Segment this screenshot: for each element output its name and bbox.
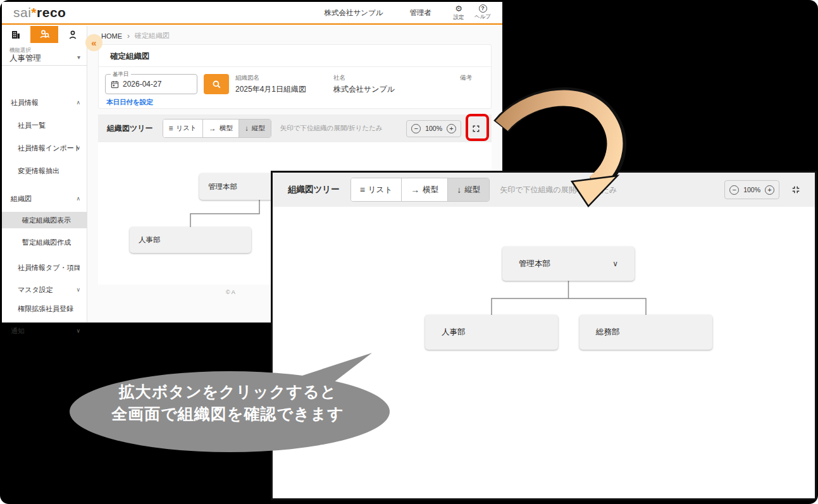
chevron-down-icon[interactable]: ∨ [612, 259, 618, 268]
horizontal-view-button[interactable]: →横型 [402, 178, 448, 201]
base-date-label: 基準日 [111, 71, 131, 78]
callout-bubble: 拡大ボタンをクリックすると 全画面で組織図を確認できます [60, 347, 395, 457]
list-icon: ≡ [360, 185, 365, 195]
sidebar-item-employee-import[interactable]: 社員情報インポート∨ [2, 140, 87, 156]
org-node-label: 管理本部 [208, 182, 237, 192]
note-label: 備考 [460, 74, 472, 82]
sidebar-tabs [2, 26, 87, 43]
zoom-value: 100% [425, 125, 442, 132]
org-node-hr[interactable]: 人事部 [425, 315, 558, 350]
help-icon: ? [479, 4, 487, 13]
header-right: 株式会社サンプル 管理者 ⚙ 設定 ? ヘルプ [324, 4, 496, 22]
sidebar-item-fixed-org-chart[interactable]: 確定組織図表示 [2, 212, 87, 228]
tab-person[interactable] [58, 26, 87, 43]
toolbar-hint: 矢印で下位組織の展開/折りたたみ [280, 124, 383, 133]
tab-company[interactable] [2, 26, 30, 43]
copyright-text: © A [226, 289, 235, 295]
settings-button[interactable]: ⚙ 設定 [448, 4, 469, 22]
header-company-name: 株式会社サンプル [324, 8, 383, 18]
chevron-down-icon: ∨ [76, 323, 80, 339]
org-node-label: 人事部 [442, 327, 466, 338]
card-divider [99, 66, 491, 67]
zoom-in-icon[interactable]: + [765, 185, 774, 195]
list-view-button[interactable]: ≡リスト [351, 178, 402, 201]
fullscreen-exit-icon [790, 184, 802, 195]
callout-text-line1: 拡大ボタンをクリックすると [60, 381, 395, 402]
org-node-hr[interactable]: 人事部 [130, 227, 251, 253]
org-tree-toolbar: 組織図ツリー ≡リスト →横型 ↓縦型 矢印で下位組織の展開/折りたたみ − 1… [98, 114, 492, 142]
sidebar-item-employee-info[interactable]: 社員情報∧ [2, 94, 87, 111]
sidebar-item-employee-list[interactable]: 社員一覧 [2, 117, 87, 133]
org-node-root[interactable]: 管理本部 ∨ [502, 247, 635, 281]
help-label: ヘルプ [474, 13, 491, 21]
highlight-box [466, 114, 489, 141]
tab-hr-search[interactable] [30, 26, 59, 43]
sidebar-item-master-settings[interactable]: マスタ設定∨ [2, 281, 87, 298]
function-select-value: 人事管理 [9, 54, 41, 63]
breadcrumb-separator-icon: › [127, 32, 130, 40]
settings-label: 設定 [454, 14, 464, 22]
arrow-down-icon: ↓ [457, 185, 461, 195]
zoom-out-icon[interactable]: − [411, 124, 421, 133]
sidebar-divider [2, 65, 87, 66]
org-tree-title: 組織図ツリー [107, 123, 153, 134]
breadcrumb-current: 確定組織図 [135, 31, 170, 40]
org-node-label: 管理本部 [519, 259, 550, 269]
arrow-right-icon: → [411, 185, 419, 195]
person-search-icon [39, 29, 50, 40]
page-title: 確定組織図 [110, 51, 150, 62]
zoom-out-icon[interactable]: − [729, 185, 739, 195]
org-node-label: 総務部 [596, 327, 620, 338]
company-label: 社名 [333, 74, 345, 82]
chevron-up-icon: ∧ [76, 190, 80, 207]
sidebar-item-org-chart[interactable]: 組織図∧ [2, 190, 87, 207]
chevron-down-icon: ∨ [76, 281, 80, 298]
chevron-down-icon: ∨ [76, 259, 80, 276]
horizontal-view-button[interactable]: →横型 [203, 120, 239, 137]
sidebar: « 機能選択 人事管理 ▾ 社員情報∧ 社員一覧 社員情報インポート∨ 変更情報… [2, 26, 87, 323]
sidebar-item-employee-tabs[interactable]: 社員情報タブ・項目∨ [2, 259, 87, 276]
search-icon [212, 80, 221, 89]
sidebar-item-change-extract[interactable]: 変更情報抽出 [2, 163, 87, 179]
sidebar-collapse-button[interactable]: « [85, 34, 102, 51]
fullscreen-org-toolbar: 組織図ツリー ≡リスト →横型 ↓縦型 矢印で下位組織の展開/折りたたみ − 1… [273, 173, 815, 207]
arrow-right-icon: → [209, 124, 216, 133]
vertical-view-button[interactable]: ↓縦型 [239, 120, 271, 137]
zoom-in-icon[interactable]: + [447, 124, 456, 133]
chart-name-label: 組織図名 [235, 74, 259, 82]
vertical-view-button[interactable]: ↓縦型 [448, 178, 489, 201]
fullscreen-exit-button[interactable] [788, 182, 803, 197]
header-user-name[interactable]: 管理者 [410, 8, 432, 18]
logo-text-sai: sai [13, 5, 31, 20]
person-icon [68, 30, 78, 40]
org-node-label: 人事部 [139, 235, 161, 245]
sai-reco-logo: sai*reco [13, 5, 66, 20]
org-chart-card: 確定組織図 基準日 2026-04-27 組織図名 2025年4月1日組織図 社… [98, 44, 492, 109]
base-date-value: 2026-04-27 [123, 80, 161, 89]
function-select[interactable]: 人事管理 ▾ [9, 53, 80, 64]
search-button[interactable] [204, 74, 229, 94]
list-icon: ≡ [169, 124, 173, 133]
building-icon [11, 30, 21, 40]
collapse-icon: « [91, 37, 96, 48]
toolbar-hint: 矢印で下位組織の展開/折りたたみ [500, 185, 617, 195]
tutorial-canvas: sai*reco 株式会社サンプル 管理者 ⚙ 設定 ? ヘルプ [0, 0, 818, 504]
company-value: 株式会社サンプル [333, 84, 395, 95]
help-button[interactable]: ? ヘルプ [472, 4, 493, 21]
view-mode-group: ≡リスト →横型 ↓縦型 [163, 119, 271, 138]
list-view-button[interactable]: ≡リスト [163, 120, 203, 137]
zoom-control: − 100% + [406, 120, 461, 137]
logo-star: * [31, 5, 37, 20]
org-node-general-affairs[interactable]: 総務部 [579, 315, 712, 350]
base-date-field[interactable]: 基準日 2026-04-27 [105, 74, 197, 94]
sidebar-item-permission-register[interactable]: 権限拡張社員登録 [2, 300, 87, 317]
sidebar-item-notification[interactable]: 通知∨ [2, 323, 87, 339]
app-header: sai*reco 株式会社サンプル 管理者 ⚙ 設定 ? ヘルプ [2, 2, 502, 25]
set-today-link[interactable]: 本日日付を設定 [106, 98, 153, 107]
org-tree-title: 組織図ツリー [288, 184, 340, 195]
zoom-control: − 100% + [724, 180, 779, 199]
chevron-down-icon: ∨ [76, 140, 80, 156]
sidebar-item-draft-org-chart[interactable]: 暫定組織図作成 [2, 234, 87, 250]
callout-text-line2: 全画面で組織図を確認できます [60, 403, 395, 424]
breadcrumb-home[interactable]: HOME [101, 32, 122, 40]
